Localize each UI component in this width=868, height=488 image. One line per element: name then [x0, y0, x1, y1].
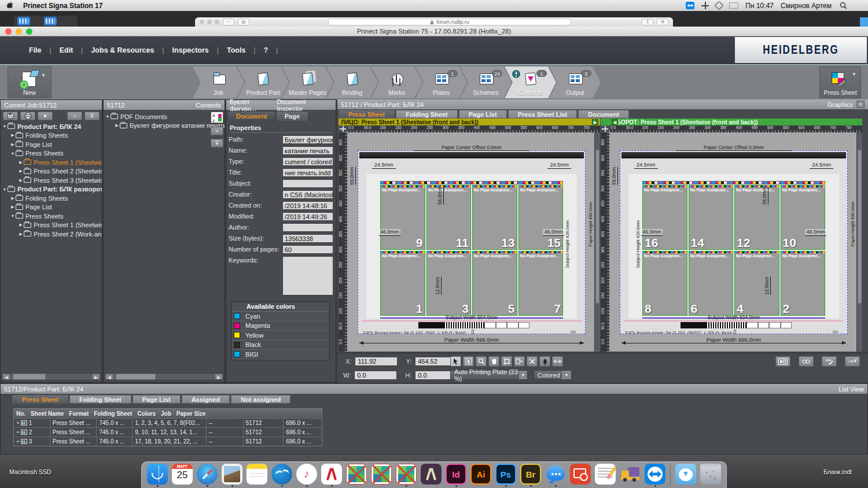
menubar-clock[interactable]: Пн 10:47	[745, 2, 774, 10]
page-cell[interactable]: No Page Assignme... 7	[518, 251, 564, 316]
contents-tree-item[interactable]: ▼ PDF Documents	[104, 112, 225, 121]
page-cell[interactable]: No Page Assignme... 12	[734, 185, 779, 250]
press-sheet-dropdown-caret[interactable]: ▼	[852, 72, 856, 77]
notification-center-icon[interactable]	[855, 2, 862, 10]
window-titlebar[interactable]: Prinect Signa Station 75 - 17.00.8291.28…	[0, 27, 868, 36]
pan-tool[interactable]	[488, 356, 499, 367]
front-sheet-canvas[interactable]: Paper Center Offset 0.0mm 24.5mm 24.5mm …	[347, 132, 594, 352]
dock-bridge[interactable]: Br	[520, 464, 542, 487]
dock-safari[interactable]	[196, 464, 218, 487]
page-cell[interactable]: No Page Assignme... 10	[781, 185, 826, 250]
sort-az-button[interactable]: az	[211, 112, 223, 123]
tree-expander-icon[interactable]: ▼	[10, 151, 16, 156]
page-cell[interactable]: No Page Assignme... 15	[518, 185, 564, 250]
dock-preview[interactable]	[221, 464, 243, 487]
close-graphics-button[interactable]: ×	[856, 101, 865, 108]
tree-expander-icon[interactable]: ▼	[10, 214, 16, 218]
measure-check-button[interactable]	[822, 356, 837, 367]
job-tree-item[interactable]: ▶ Press Sheet 2 (Work-and-	[1, 230, 102, 239]
column-header[interactable]: Job	[159, 409, 174, 418]
back-pane-vscrollbar[interactable]	[856, 132, 862, 352]
desktop-file-label[interactable]: Бланк.indt	[823, 468, 852, 475]
color-row[interactable]: Magenta	[231, 321, 329, 331]
page-cell[interactable]: No Page Assignme... 11	[426, 185, 472, 250]
dock-acrobat[interactable]	[321, 464, 343, 487]
job-tree-item[interactable]: ▶ Press Sheet 1 (Sheetwise	[1, 158, 102, 167]
expand-all-button[interactable]: »	[67, 112, 82, 120]
job-tree-item[interactable]: ▼ Product Part: БЛК 24	[1, 122, 102, 131]
list-panel-tab[interactable]: Press Sheet	[12, 395, 68, 404]
tree-expander-icon[interactable]: ▶	[18, 160, 24, 165]
tree-expander-icon[interactable]: ▼	[105, 114, 111, 119]
page-transfer-tool[interactable]	[514, 356, 525, 367]
job-tree-item[interactable]: ▶ Page List	[1, 140, 102, 149]
dock-prinect-3[interactable]	[395, 464, 417, 487]
tree-expander-icon[interactable]: ▶	[18, 169, 24, 173]
safari-tabs-button[interactable]: ⧉	[657, 19, 668, 25]
menu-item[interactable]: Inspectors	[170, 43, 211, 58]
contents-tree-item[interactable]: ▶ Буклет фигурное катание печати	[104, 121, 225, 131]
workflow-step[interactable]: 1 Plates	[415, 66, 467, 98]
field-value[interactable]: катание печать	[282, 146, 333, 155]
job-panel-hscrollbar[interactable]: ◀ ▶	[2, 373, 101, 380]
job-tree-item[interactable]: ▼ Press Sheets	[1, 149, 102, 158]
job-tree-item[interactable]: ▼ Product Part: БЛК развороты	[1, 185, 102, 194]
page-cell[interactable]: No Page Assignme... 5	[472, 251, 517, 316]
tree-expander-icon[interactable]: ▶	[18, 223, 24, 227]
w-input[interactable]: 0.0	[354, 371, 397, 380]
ruler-origin-icon[interactable]	[601, 125, 609, 132]
table-row[interactable]: +3 Press Sheet ... 745.0 x ... 17, 18, 1…	[14, 437, 322, 446]
diamond-status-icon[interactable]	[715, 1, 724, 10]
back-paper[interactable]: Paper Center Offset 0.0mm 24.5mm 24.5mm …	[620, 150, 848, 334]
dock-distiller[interactable]	[420, 464, 442, 487]
page-cell[interactable]: No Page Assignme... 1	[380, 251, 425, 316]
menubar-user[interactable]: Смирнов Артем	[781, 2, 832, 10]
column-header[interactable]: Sheet Name	[28, 409, 67, 418]
field-value[interactable]	[282, 256, 333, 295]
color-row[interactable]: Cyan	[231, 312, 329, 321]
prev-sheet-arrow-button[interactable]: ◀	[612, 119, 618, 125]
back-sheet-canvas[interactable]: Paper Center Offset 0.0mm 24.5mm 24.5mm …	[609, 132, 856, 352]
dock-shipping-app[interactable]	[619, 464, 641, 487]
dock-downloads[interactable]	[675, 464, 697, 487]
menu-item[interactable]: Edit	[57, 43, 76, 58]
new-dropdown-caret[interactable]: ▼	[41, 73, 46, 78]
row-expander[interactable]: +	[16, 420, 20, 426]
column-header[interactable]: Colors	[135, 409, 159, 418]
ruler-origin-icon[interactable]	[339, 125, 347, 132]
dropdown-arrow-icon[interactable]: ▼	[562, 371, 571, 379]
safari-sidebar-button[interactable]: ▤	[238, 19, 249, 25]
dock-remote-desktop[interactable]	[569, 464, 591, 487]
tree-expander-icon[interactable]: ▶	[114, 123, 120, 128]
scroll-left-arrow[interactable]: ◀	[105, 374, 113, 380]
plate-preview-select[interactable]: Auto Printing Plate (23 %)▼	[450, 370, 528, 380]
job-tree-item[interactable]: ▶ Folding Sheets	[1, 194, 102, 203]
move-crosshair-icon[interactable]	[701, 2, 709, 9]
dock-finder[interactable]	[146, 464, 168, 487]
crop-frame-tool[interactable]	[501, 356, 512, 367]
column-header[interactable]: Format	[67, 409, 91, 418]
front-pane-vscrollbar[interactable]	[594, 132, 600, 352]
graphics-tab[interactable]: Document	[578, 110, 629, 119]
page-cell[interactable]: No Page Assignme... 14	[689, 185, 734, 250]
field-value[interactable]: 13563338	[282, 234, 333, 243]
job-tree-item[interactable]: ▶ Press Sheet 3 (Sheetwise	[1, 176, 102, 185]
page-cell[interactable]: No Page Assignme... 9	[380, 185, 425, 250]
safari-share-button[interactable]: ↥	[642, 19, 653, 25]
tree-expander-icon[interactable]: ▼	[2, 124, 8, 128]
workflow-step[interactable]: Binding	[326, 66, 378, 98]
inspector-tab[interactable]: Document	[227, 111, 276, 121]
collapse-all-button[interactable]: ▼	[211, 139, 223, 147]
scrollbar-thumb[interactable]	[116, 374, 156, 380]
page-cell[interactable]: No Page Assignme... 16	[642, 185, 687, 250]
field-value[interactable]: 60	[282, 245, 333, 254]
save-button[interactable]	[3, 112, 18, 120]
tree-expander-icon[interactable]: ▶	[10, 142, 16, 147]
dropdown-arrow-icon[interactable]: ▼	[519, 371, 527, 379]
press-sheet-view-button[interactable]: ▼ Press Sheet	[819, 66, 861, 98]
dock-openoffice[interactable]	[271, 464, 293, 487]
zoom-tool[interactable]	[476, 356, 487, 367]
menu-item[interactable]: File	[27, 43, 44, 58]
tree-expander-icon[interactable]: ▶	[18, 178, 24, 183]
expand-all-button[interactable]: »	[211, 127, 223, 135]
